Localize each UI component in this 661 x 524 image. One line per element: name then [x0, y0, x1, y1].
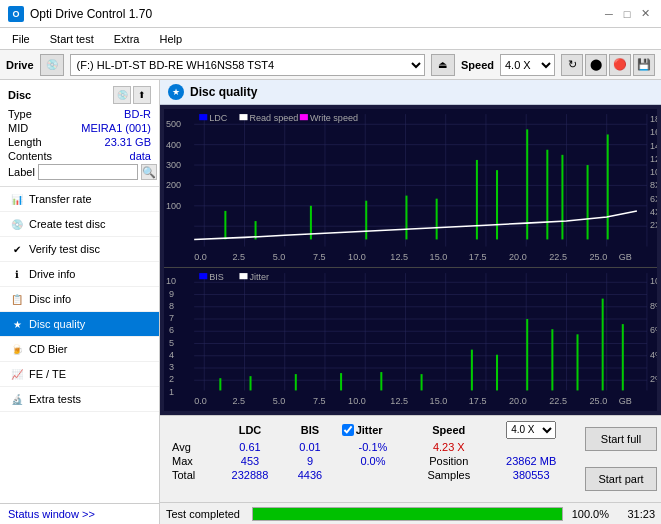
max-ldc: 453: [216, 454, 285, 468]
svg-text:300: 300: [166, 160, 181, 170]
total-bis: 4436: [284, 468, 335, 482]
chart-bis-svg: 10 9 8 7 6 5 4 3 2 1 10% 8% 6% 4% 2%: [164, 268, 657, 411]
sidebar-item-create-test-disc[interactable]: 💿 Create test disc: [0, 212, 159, 237]
drive-bar: Drive 💿 (F:) HL-DT-ST BD-RE WH16NS58 TST…: [0, 50, 661, 80]
menu-file[interactable]: File: [4, 31, 38, 47]
svg-rect-117: [380, 372, 382, 390]
menu-extra[interactable]: Extra: [106, 31, 148, 47]
svg-rect-123: [577, 334, 579, 390]
svg-rect-56: [587, 165, 589, 239]
drive-select[interactable]: (F:) HL-DT-ST BD-RE WH16NS58 TST4: [70, 54, 425, 76]
svg-text:4%: 4%: [650, 350, 657, 360]
svg-text:15.0: 15.0: [430, 252, 448, 262]
eject-button[interactable]: ⏏: [431, 54, 455, 76]
start-full-button[interactable]: Start full: [585, 427, 657, 451]
close-button[interactable]: ✕: [637, 6, 653, 22]
status-window-btn[interactable]: Status window >>: [0, 503, 159, 524]
svg-text:25.0: 25.0: [590, 396, 608, 406]
progress-time: 31:23: [615, 508, 655, 520]
menu-help[interactable]: Help: [151, 31, 190, 47]
svg-text:2X: 2X: [650, 220, 657, 230]
sidebar-item-disc-info[interactable]: 📋 Disc info: [0, 287, 159, 312]
svg-text:2%: 2%: [650, 374, 657, 384]
svg-rect-126: [199, 273, 207, 279]
drive-info-label: Drive info: [29, 268, 75, 280]
drive-icon-btn[interactable]: 💿: [40, 54, 64, 76]
svg-rect-115: [295, 374, 297, 390]
charts-container: 500 400 300 200 100 18X 16X 14X 12X 10X …: [160, 105, 661, 415]
type-value: BD-R: [124, 108, 151, 120]
mid-value: MEIRA1 (001): [81, 122, 151, 134]
sidebar-item-fe-te[interactable]: 📈 FE / TE: [0, 362, 159, 387]
svg-text:LDC: LDC: [209, 113, 228, 123]
svg-text:8%: 8%: [650, 301, 657, 311]
toolbar-icon-4[interactable]: 💾: [633, 54, 655, 76]
svg-rect-0: [164, 109, 657, 267]
svg-text:2: 2: [169, 374, 174, 384]
svg-text:400: 400: [166, 140, 181, 150]
speed-display-select[interactable]: 4.0 X: [506, 421, 556, 439]
progress-percent: 100.0%: [569, 508, 609, 520]
svg-text:22.5: 22.5: [549, 252, 567, 262]
svg-text:GB: GB: [619, 252, 632, 262]
avg-label: Avg: [166, 440, 216, 454]
sidebar-item-cd-bier[interactable]: 🍺 CD Bier: [0, 337, 159, 362]
action-buttons: Start full Start part: [581, 416, 661, 503]
main-layout: Disc 💿 ⬆ Type BD-R MID MEIRA1 (001) Leng…: [0, 80, 661, 524]
extra-tests-label: Extra tests: [29, 393, 81, 405]
stats-table: LDC BIS Jitter Speed: [166, 420, 575, 482]
start-part-button[interactable]: Start part: [585, 467, 657, 491]
toolbar-icon-2[interactable]: ⬤: [585, 54, 607, 76]
col-empty: [166, 420, 216, 440]
transfer-rate-label: Transfer rate: [29, 193, 92, 205]
disc-icon-btn-2[interactable]: ⬆: [133, 86, 151, 104]
sidebar-item-transfer-rate[interactable]: 📊 Transfer rate: [0, 187, 159, 212]
minimize-button[interactable]: ─: [601, 6, 617, 22]
window-controls: ─ □ ✕: [601, 6, 653, 22]
max-label: Max: [166, 454, 216, 468]
label-btn[interactable]: 🔍: [141, 164, 157, 180]
menu-start-test[interactable]: Start test: [42, 31, 102, 47]
jitter-checkbox[interactable]: [342, 424, 354, 436]
avg-jitter: -0.1%: [336, 440, 411, 454]
svg-rect-45: [224, 211, 226, 240]
bottom-bar: LDC BIS Jitter Speed: [160, 415, 661, 503]
create-test-disc-label: Create test disc: [29, 218, 105, 230]
fe-te-label: FE / TE: [29, 368, 66, 380]
svg-rect-116: [340, 373, 342, 390]
toolbar-icon-1[interactable]: ↻: [561, 54, 583, 76]
extra-tests-icon: 🔬: [10, 392, 24, 406]
sidebar-item-disc-quality[interactable]: ★ Disc quality: [0, 312, 159, 337]
svg-text:12.5: 12.5: [390, 252, 408, 262]
label-input[interactable]: [38, 164, 138, 180]
speed-select[interactable]: 4.0 X: [500, 54, 555, 76]
col-bis: BIS: [284, 420, 335, 440]
svg-text:2.5: 2.5: [232, 252, 245, 262]
content-icon: ★: [168, 84, 184, 100]
maximize-button[interactable]: □: [619, 6, 635, 22]
type-label: Type: [8, 108, 32, 120]
col-jitter-check: Jitter: [336, 420, 411, 440]
sidebar-item-extra-tests[interactable]: 🔬 Extra tests: [0, 387, 159, 412]
svg-rect-125: [622, 324, 624, 390]
svg-text:Read speed: Read speed: [250, 113, 299, 123]
svg-rect-114: [250, 376, 252, 390]
verify-test-disc-label: Verify test disc: [29, 243, 100, 255]
progress-area: Test completed 100.0% 31:23: [160, 502, 661, 524]
sidebar-item-verify-test-disc[interactable]: ✔ Verify test disc: [0, 237, 159, 262]
samples-value: 380553: [487, 468, 575, 482]
svg-text:BIS: BIS: [209, 272, 224, 282]
disc-quality-icon: ★: [10, 317, 24, 331]
svg-text:16X: 16X: [650, 127, 657, 137]
svg-text:5: 5: [169, 337, 174, 347]
svg-text:7: 7: [169, 313, 174, 323]
create-test-disc-icon: 💿: [10, 217, 24, 231]
sidebar-item-drive-info[interactable]: ℹ Drive info: [0, 262, 159, 287]
max-bis: 9: [284, 454, 335, 468]
toolbar-icon-3[interactable]: 🔴: [609, 54, 631, 76]
svg-text:200: 200: [166, 180, 181, 190]
total-ldc: 232888: [216, 468, 285, 482]
app-title: Opti Drive Control 1.70: [30, 7, 152, 21]
disc-icon-btn-1[interactable]: 💿: [113, 86, 131, 104]
position-label: Position: [410, 454, 487, 468]
